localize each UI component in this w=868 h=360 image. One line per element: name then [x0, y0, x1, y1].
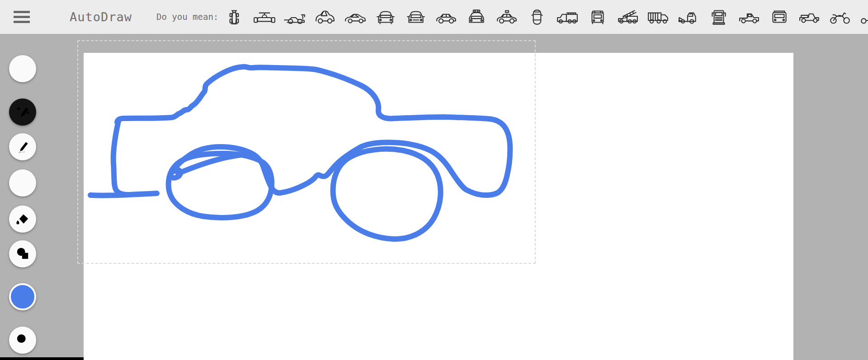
shape-tool-button[interactable]	[9, 240, 36, 267]
shapes-icon	[14, 245, 32, 263]
autodraw-tool-button[interactable]	[9, 98, 36, 126]
suggestion-fire-truck-side-view-icon[interactable]	[552, 0, 582, 34]
magic-pencil-icon	[14, 103, 32, 121]
suggestion-car-front-view-icon[interactable]	[370, 0, 401, 34]
suggestion-fire-truck-front-view-icon[interactable]	[582, 0, 613, 34]
bottom-edge-bar	[0, 357, 84, 360]
suggestion-semi-truck-front-view-icon[interactable]	[703, 0, 734, 34]
suggestion-ladder-truck-side-view-icon[interactable]	[613, 0, 643, 34]
suggestion-police-car-front-view-icon[interactable]	[461, 0, 491, 34]
suggestion-car-top-view-icon[interactable]	[522, 0, 552, 34]
move-icon	[14, 60, 32, 78]
suggestion-police-car-side-view-icon[interactable]	[491, 0, 522, 34]
suggestion-suv-front-view-icon[interactable]	[764, 0, 794, 34]
suggestion-coupe-car-side-view-icon[interactable]	[340, 0, 370, 34]
text-icon	[14, 174, 32, 192]
app-header: AutoDraw Do you mean:	[0, 0, 868, 34]
suggestion-race-car-front-view-icon[interactable]	[249, 0, 279, 34]
suggestion-f1-car-side-view-icon[interactable]	[279, 0, 310, 34]
zoom-tool-button[interactable]	[9, 327, 36, 354]
page-title: AutoDraw	[70, 0, 132, 34]
zoom-icon	[14, 331, 32, 349]
autodraw-app: { "app": { "background": "#b2b2b2" }, "h…	[0, 0, 868, 360]
menu-icon[interactable]	[14, 11, 30, 23]
suggestion-truck-cab-side-view-icon[interactable]	[673, 0, 703, 34]
drawing-canvas[interactable]	[84, 53, 793, 360]
pencil-icon	[14, 138, 32, 156]
color-tool-button[interactable]	[9, 283, 36, 310]
fill-icon	[14, 210, 32, 228]
suggestion-f1-car-top-view-icon[interactable]	[219, 0, 249, 34]
suggestion-cargo-truck-side-view-icon[interactable]	[643, 0, 673, 34]
fill-tool-button[interactable]	[9, 206, 36, 233]
suggestion-sedan-front-view-icon[interactable]	[401, 0, 431, 34]
suggestion-pickup-truck-side-view-icon[interactable]	[734, 0, 764, 34]
suggestion-scooter-side-view-icon[interactable]	[855, 0, 868, 34]
suggestion-beetle-car-side-view-icon[interactable]	[310, 0, 340, 34]
suggestion-motorcycle-side-view-icon[interactable]	[825, 0, 855, 34]
do-you-mean-label: Do you mean:	[156, 0, 218, 34]
select-tool-button[interactable]	[9, 55, 36, 82]
type-tool-button[interactable]	[9, 169, 36, 196]
draw-tool-button[interactable]	[9, 133, 36, 160]
suggestion-sedan-car-side-view-icon[interactable]	[431, 0, 461, 34]
suggestion-utility-truck-side-view-icon[interactable]	[794, 0, 825, 34]
suggestion-strip	[219, 0, 868, 34]
